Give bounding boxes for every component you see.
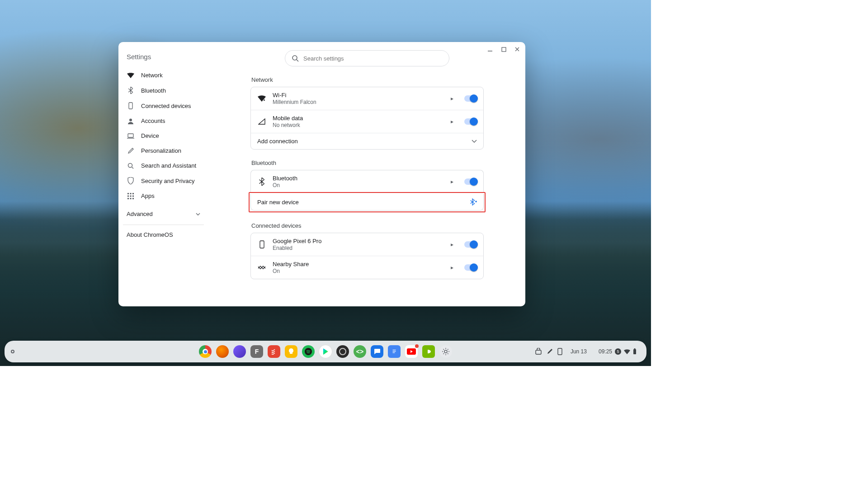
row-pair-new-device[interactable]: Pair new device	[250, 194, 484, 211]
sidebar-advanced[interactable]: Advanced	[118, 206, 208, 222]
sidebar-item-personalization[interactable]: Personalization	[118, 143, 208, 158]
svg-rect-10	[132, 195, 134, 197]
app-title: Settings	[118, 47, 208, 65]
sidebar-item-search[interactable]: Search and Assistant	[118, 158, 208, 173]
sidebar-item-apps[interactable]: Apps	[118, 188, 208, 203]
sidebar-item-accounts[interactable]: Accounts	[118, 113, 208, 128]
shelf: F <> Jun 13 09:25 5	[5, 341, 646, 362]
section-title-network: Network	[250, 74, 484, 87]
row-wifi[interactable]: Wi-Fi Millennium Falcon ▸	[251, 87, 483, 110]
phone-hub-icon[interactable]	[557, 348, 562, 355]
row-subtitle: Millennium Falcon	[273, 99, 444, 105]
svg-rect-3	[128, 134, 133, 137]
row-bluetooth[interactable]: Bluetooth On ▸	[251, 170, 483, 193]
tray-time: 09:25	[599, 348, 612, 355]
bluetooth-icon	[257, 178, 266, 186]
svg-rect-22	[393, 352, 395, 353]
sidebar-item-label: Network	[141, 72, 163, 79]
tote-icon[interactable]	[535, 348, 542, 355]
shelf-app-keep[interactable]	[285, 345, 297, 358]
shelf-app-chrome[interactable]	[199, 345, 212, 358]
shelf-app-messages[interactable]	[371, 345, 383, 358]
row-title: Nearby Share	[273, 261, 444, 267]
shelf-app-obsidian[interactable]	[233, 345, 246, 358]
svg-point-24	[444, 350, 447, 353]
shelf-app-firefox[interactable]	[216, 345, 229, 358]
search-icon	[292, 55, 299, 62]
svg-rect-8	[127, 195, 129, 197]
shelf-app-spotify[interactable]	[302, 345, 315, 358]
shelf-app-docs[interactable]	[388, 345, 401, 358]
shelf-app-settings[interactable]	[439, 345, 452, 358]
svg-rect-11	[127, 198, 129, 199]
row-title: Bluetooth	[273, 175, 444, 182]
about-label: About ChromeOS	[127, 231, 173, 238]
settings-sidebar: Settings Network Bluetooth Connected dev…	[118, 42, 209, 306]
window-controls	[486, 46, 521, 53]
row-add-connection[interactable]: Add connection	[251, 133, 483, 149]
svg-rect-5	[127, 193, 129, 194]
wifi-toggle[interactable]	[464, 95, 477, 102]
chevron-right-icon: ▸	[451, 118, 453, 125]
shelf-app-files[interactable]: F	[250, 345, 263, 358]
stylus-icon[interactable]	[547, 348, 553, 355]
sidebar-item-security[interactable]: Security and Privacy	[118, 173, 208, 188]
tray-date[interactable]: Jun 13	[567, 347, 590, 357]
sidebar-item-label: Bluetooth	[141, 87, 166, 94]
sidebar-item-label: Search and Assistant	[141, 162, 196, 169]
system-tray[interactable]: Jun 13 09:25 5	[535, 347, 640, 357]
minimize-button[interactable]	[486, 46, 494, 53]
row-pixel[interactable]: Google Pixel 6 Pro Enabled ▸	[251, 233, 483, 256]
nav-list: Network Bluetooth Connected devices Acco…	[118, 68, 208, 203]
row-subtitle: No network	[273, 122, 444, 128]
shelf-app-terminal[interactable]	[336, 345, 349, 358]
tray-status[interactable]: 09:25 5	[595, 347, 640, 357]
row-nearby-share[interactable]: Nearby Share On ▸	[251, 256, 483, 279]
person-icon	[127, 118, 135, 124]
nearby-share-icon	[257, 265, 266, 270]
shelf-app-play[interactable]	[319, 345, 332, 358]
sidebar-item-bluetooth[interactable]: Bluetooth	[118, 83, 208, 98]
wifi-tray-icon	[624, 349, 630, 354]
bluetooth-card: Bluetooth On ▸	[250, 170, 484, 193]
bluetooth-toggle[interactable]	[464, 178, 477, 185]
add-connection-label: Add connection	[257, 138, 298, 145]
svg-rect-28	[634, 348, 636, 349]
chevron-down-icon	[472, 140, 477, 143]
shelf-app-code[interactable]: <>	[354, 345, 366, 358]
svg-rect-25	[536, 350, 541, 354]
chevron-right-icon: ▸	[451, 95, 453, 102]
chevron-right-icon: ▸	[451, 264, 453, 271]
settings-content: Network Wi-Fi Millennium Falcon ▸ Mobile…	[209, 42, 525, 306]
chevron-right-icon: ▸	[451, 178, 453, 185]
shelf-app-youtube[interactable]	[405, 345, 418, 358]
search-bar[interactable]	[285, 50, 449, 66]
sidebar-about[interactable]: About ChromeOS	[118, 225, 208, 244]
svg-rect-20	[393, 350, 396, 350]
svg-rect-12	[130, 198, 132, 199]
svg-rect-27	[633, 349, 636, 354]
shelf-app-todoist[interactable]	[268, 345, 280, 358]
settings-window: Settings Network Bluetooth Connected dev…	[118, 42, 525, 306]
pair-label: Pair new device	[257, 199, 299, 206]
launcher-button[interactable]	[11, 350, 14, 353]
mobile-data-toggle[interactable]	[464, 118, 477, 125]
sidebar-item-label: Security and Privacy	[141, 178, 195, 184]
shelf-app-nvidia[interactable]	[422, 345, 435, 358]
search-input[interactable]	[303, 55, 443, 62]
nearby-share-toggle[interactable]	[464, 264, 477, 271]
svg-rect-26	[558, 348, 562, 355]
sidebar-item-label: Apps	[141, 192, 155, 199]
advanced-label: Advanced	[127, 211, 153, 217]
maximize-button[interactable]	[500, 46, 507, 53]
sidebar-item-network[interactable]: Network	[118, 68, 208, 83]
close-button[interactable]	[514, 46, 521, 53]
bluetooth-pair-icon	[470, 198, 477, 206]
sidebar-item-connected[interactable]: Connected devices	[118, 98, 208, 113]
sidebar-item-device[interactable]: Device	[118, 128, 208, 143]
search-icon	[127, 163, 135, 169]
pixel-toggle[interactable]	[464, 241, 477, 248]
apps-grid-icon	[127, 193, 135, 199]
shield-icon	[127, 177, 135, 184]
row-mobile-data[interactable]: Mobile data No network ▸	[251, 110, 483, 133]
